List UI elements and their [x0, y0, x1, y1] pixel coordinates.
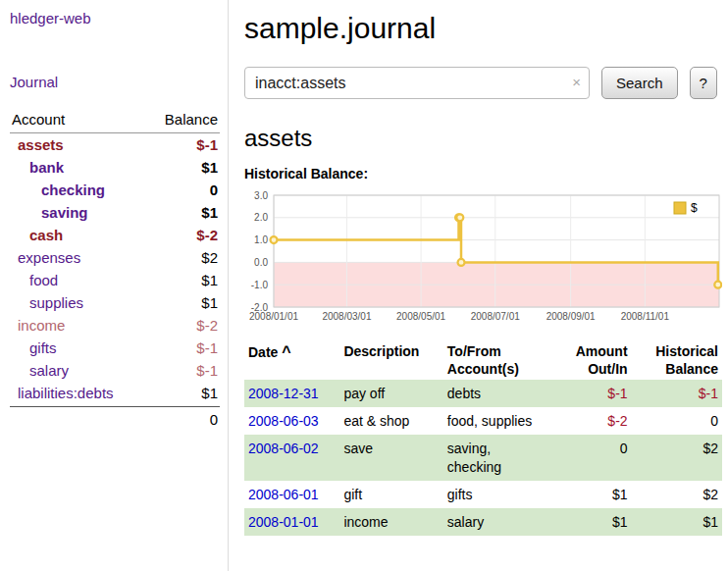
transaction-description: income: [339, 508, 442, 536]
account-link[interactable]: gifts: [29, 339, 57, 356]
accounts-header-account: Account: [12, 111, 65, 128]
account-link[interactable]: expenses: [18, 249, 80, 266]
column-header-description: Description: [339, 340, 442, 380]
main-content: sample.journal × Search ? assets Histori…: [229, 0, 728, 571]
accounts-header-row: Account Balance: [10, 108, 220, 133]
account-balance: $1: [201, 385, 218, 401]
account-balance: $2: [201, 249, 218, 266]
account-link[interactable]: saving: [41, 204, 88, 221]
page-title: sample.journal: [244, 12, 722, 45]
transaction-accounts: salary: [443, 508, 542, 536]
account-row: checking0: [10, 179, 220, 201]
x-tick-label: 2008/11/01: [621, 311, 670, 322]
transaction-date-link[interactable]: 2008-01-01: [248, 514, 319, 530]
transaction-row: 2008-01-01incomesalary$1$1: [244, 508, 722, 536]
accounts-total-row: 0: [10, 406, 220, 432]
column-header-balance: HistoricalBalance: [632, 340, 722, 380]
account-link[interactable]: checking: [41, 182, 105, 198]
sort-ascending-icon: ^: [282, 343, 290, 360]
column-header-label: Historical: [655, 343, 718, 359]
app-title-link[interactable]: hledger-web: [10, 10, 220, 26]
account-row: supplies$1: [10, 291, 220, 314]
transaction-description: eat & shop: [339, 407, 442, 435]
account-balance: $-2: [196, 227, 218, 243]
search-box: ×: [244, 67, 590, 99]
account-balance: $-1: [196, 339, 218, 356]
column-header-label: To/From: [447, 343, 501, 359]
transaction-date-cell: 2008-06-01: [244, 481, 339, 508]
transaction-description: pay off: [339, 380, 442, 407]
transactions-header-row: Date^DescriptionTo/FromAccount(s)AmountO…: [244, 340, 722, 380]
accounts-header-balance: Balance: [165, 111, 218, 128]
y-tick-label: -1.0: [251, 280, 269, 290]
transaction-description: save: [339, 435, 442, 481]
x-tick-label: 2008/09/01: [546, 311, 596, 322]
transaction-date-cell: 2008-01-01: [244, 508, 339, 536]
transaction-row: 2008-06-01giftgifts$1$2: [244, 481, 722, 508]
transaction-amount: $1: [542, 481, 631, 508]
transaction-amount: $1: [542, 508, 631, 536]
account-link[interactable]: liabilities:debts: [18, 385, 114, 401]
x-tick-label: 2008/05/01: [396, 311, 445, 322]
account-row: gifts$-1: [10, 337, 220, 359]
historical-balance-chart: 3.02.01.00.0-1.0-2.02008/01/012008/03/01…: [244, 189, 722, 329]
legend-label: $: [691, 201, 698, 215]
column-header-label: Date: [248, 344, 278, 360]
search-input[interactable]: [244, 67, 590, 99]
column-header-amount: AmountOut/In: [542, 340, 631, 380]
account-balance: $1: [201, 272, 218, 288]
data-point: [271, 236, 278, 243]
transaction-amount: $-1: [542, 380, 631, 407]
x-tick-label: 2008/07/01: [471, 311, 520, 322]
transaction-date-link[interactable]: 2008-06-03: [248, 413, 319, 429]
transaction-description: gift: [339, 481, 442, 508]
account-balance: $-1: [196, 362, 218, 379]
transaction-amount: 0: [542, 435, 631, 481]
search-bar: × Search ?: [244, 67, 722, 99]
transaction-accounts: debts: [443, 380, 542, 407]
data-point: [714, 282, 721, 288]
transaction-date-link[interactable]: 2008-06-02: [248, 441, 319, 456]
help-button[interactable]: ?: [690, 67, 717, 99]
transaction-date-link[interactable]: 2008-06-01: [248, 487, 319, 502]
column-header-date[interactable]: Date^: [244, 340, 339, 380]
search-button[interactable]: Search: [601, 67, 678, 99]
sidebar: hledger-web Journal Account Balance asse…: [0, 0, 229, 571]
account-row: salary$-1: [10, 359, 220, 382]
account-link[interactable]: food: [29, 272, 58, 288]
account-link[interactable]: income: [18, 317, 65, 334]
transaction-row: 2008-06-03eat & shopfood, supplies$-20: [244, 407, 722, 435]
data-point: [458, 259, 465, 266]
account-balance: $1: [201, 294, 218, 311]
transaction-row: 2008-12-31pay offdebts$-1$-1: [244, 380, 722, 407]
account-link[interactable]: supplies: [29, 294, 83, 311]
account-row: assets$-1: [10, 133, 220, 156]
sidebar-item-journal[interactable]: Journal: [10, 74, 220, 90]
transaction-amount: $-2: [542, 407, 631, 435]
chart-title: Historical Balance:: [244, 166, 722, 182]
column-header-label: Balance: [665, 361, 718, 377]
account-link[interactable]: assets: [18, 136, 64, 153]
transaction-balance: 0: [632, 407, 722, 435]
legend-swatch: [674, 202, 686, 214]
transactions-table: Date^DescriptionTo/FromAccount(s)AmountO…: [244, 340, 722, 536]
accounts-total-value: 0: [210, 411, 218, 428]
account-heading: assets: [244, 125, 722, 152]
account-link[interactable]: bank: [29, 159, 64, 176]
account-balance: $1: [201, 159, 218, 176]
transaction-date-link[interactable]: 2008-12-31: [248, 386, 319, 401]
accounts-list: assets$-1bank$1checking0saving$1cash$-2e…: [10, 133, 220, 404]
y-tick-label: 0.0: [254, 257, 268, 268]
transaction-row: 2008-06-02savesaving, checking0$2: [244, 435, 722, 481]
y-tick-label: 3.0: [254, 190, 268, 201]
account-link[interactable]: cash: [29, 227, 63, 243]
transactions-body: 2008-12-31pay offdebts$-1$-12008-06-03ea…: [244, 380, 722, 535]
column-header-label: Amount: [576, 343, 628, 359]
account-balance: 0: [210, 182, 218, 198]
clear-search-icon[interactable]: ×: [572, 74, 581, 90]
account-link[interactable]: salary: [29, 362, 69, 379]
account-row: income$-2: [10, 314, 220, 337]
transaction-accounts: saving, checking: [443, 435, 542, 481]
transaction-balance: $2: [632, 435, 722, 481]
y-tick-label: 2.0: [254, 212, 268, 223]
